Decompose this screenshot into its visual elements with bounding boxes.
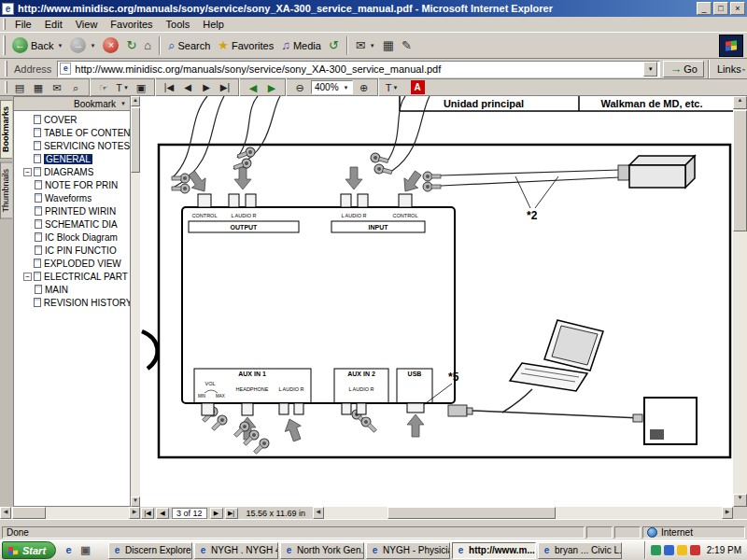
mail-dropdown-icon[interactable]: ▼: [370, 43, 375, 49]
tab-thumbnails[interactable]: Thumbnails: [0, 162, 12, 219]
acrobat-grip[interactable]: [5, 81, 7, 94]
save-button[interactable]: ▤: [11, 80, 28, 94]
bookmark-item-exploded-view[interactable]: EXPLODED VIEW: [14, 257, 130, 270]
scroll-thumb[interactable]: [733, 110, 747, 231]
minimize-button[interactable]: _: [697, 2, 712, 15]
select-text-button[interactable]: T▼: [114, 80, 131, 94]
task-button-discern[interactable]: eDiscern Explore...: [108, 542, 192, 559]
scroll-thumb[interactable]: [131, 107, 140, 173]
links-button[interactable]: Links »: [717, 63, 745, 75]
zoom-out-button[interactable]: ⊖: [291, 80, 308, 94]
toolbar-grip[interactable]: [3, 35, 6, 56]
bookmarks-header[interactable]: Bookmark ▼: [14, 97, 130, 111]
home-button[interactable]: ⌂: [140, 35, 155, 57]
task-button-bryan-civic[interactable]: ebryan ... Civic L...: [538, 542, 622, 559]
edit-button[interactable]: ✎: [398, 35, 416, 57]
scroll-down-button[interactable]: ▼: [733, 494, 747, 507]
hand-tool-button[interactable]: ☞: [95, 80, 112, 94]
task-button-north-york[interactable]: eNorth York Gen...: [280, 542, 364, 559]
bookmark-item-main[interactable]: MAIN: [14, 283, 130, 296]
bookmark-item-cover[interactable]: COVER: [14, 113, 130, 126]
go-button[interactable]: → Go: [663, 61, 704, 77]
tray-icon[interactable]: [677, 545, 687, 555]
tray-icon[interactable]: [664, 545, 674, 555]
bookmark-item-toc[interactable]: TABLE OF CONTEN: [14, 126, 130, 139]
pdf-page[interactable]: Unidad principal Walkman de MD, etc.: [140, 96, 733, 507]
horizontal-scrollbar[interactable]: ◀ ▶: [313, 507, 733, 519]
bookmarks-scrollbar[interactable]: ▲ ▼: [131, 96, 140, 507]
bookmarks-hscrollbar[interactable]: ◀ ▶: [0, 507, 140, 519]
scroll-left-button[interactable]: ◀: [313, 507, 324, 519]
text-tool-button[interactable]: T▼: [384, 80, 401, 94]
quicklaunch-desktop-icon[interactable]: ▣: [78, 543, 92, 557]
address-grip[interactable]: [5, 61, 7, 77]
refresh-button[interactable]: ↻: [122, 35, 140, 57]
bookmark-item-note-for-print[interactable]: NOTE FOR PRIN: [14, 178, 130, 191]
page-indicator[interactable]: 3 of 12: [172, 508, 207, 519]
first-page-button[interactable]: |◀: [141, 508, 154, 519]
last-page-button[interactable]: ▶|: [225, 508, 238, 519]
bookmark-item-servicing-notes[interactable]: SERVICING NOTES: [14, 139, 130, 152]
scroll-down-button[interactable]: ▼: [131, 497, 140, 507]
address-dropdown-button[interactable]: ▼: [643, 62, 657, 77]
zoom-level-select[interactable]: 400% ▼: [311, 80, 353, 94]
next-page-button[interactable]: ▶: [210, 508, 223, 519]
task-button-minidisc[interactable]: ehttp://www.m...: [452, 542, 536, 559]
bookmark-item-schematic[interactable]: SCHEMATIC DIA: [14, 217, 130, 231]
next-view-button[interactable]: ▶: [263, 80, 280, 94]
favorites-button[interactable]: ★ Favorites: [214, 35, 277, 57]
menu-view[interactable]: View: [69, 18, 105, 31]
zoom-in-button[interactable]: ⊕: [356, 80, 373, 94]
search-button[interactable]: ⌕ Search: [164, 35, 214, 57]
bookmark-item-waveforms[interactable]: Waveforms: [14, 191, 130, 204]
bookmark-item-diagrams[interactable]: −DIAGRAMS: [14, 165, 130, 178]
history-button[interactable]: ↺: [325, 35, 343, 57]
first-page-button[interactable]: |◀: [161, 80, 177, 94]
bookmarks-menu-icon[interactable]: ▼: [120, 101, 126, 106]
acrobat-print-button[interactable]: ▦: [30, 80, 47, 94]
previous-page-button[interactable]: ◀: [179, 80, 196, 94]
bookmark-item-revision-history[interactable]: REVISION HISTORY: [14, 296, 130, 309]
start-button[interactable]: Start: [2, 541, 56, 559]
dropdown-icon[interactable]: ▼: [123, 85, 129, 91]
vertical-scrollbar[interactable]: ▲ ▼: [733, 96, 747, 507]
forward-button[interactable]: → ▼: [66, 35, 99, 57]
previous-view-button[interactable]: ◀: [245, 80, 261, 94]
scroll-up-button[interactable]: ▲: [131, 96, 140, 106]
bookmark-item-printed-wiring[interactable]: PRINTED WIRIN: [14, 204, 130, 217]
scroll-right-button[interactable]: ▶: [722, 507, 733, 519]
scroll-left-button[interactable]: ◀: [0, 507, 11, 519]
bookmark-item-ic-pin[interactable]: IC PIN FUNCTIO: [14, 244, 130, 257]
close-button[interactable]: ×: [730, 2, 745, 15]
scroll-thumb[interactable]: [388, 507, 556, 519]
tab-bookmarks[interactable]: Bookmarks: [0, 100, 12, 159]
mail-button[interactable]: ✉ ▼: [352, 35, 379, 57]
zoom-dropdown-icon[interactable]: ▼: [344, 85, 349, 91]
email-button[interactable]: ✉: [49, 80, 65, 94]
address-value[interactable]: http://www.minidisc.org/manuals/sony/ser…: [75, 63, 643, 75]
back-dropdown-icon[interactable]: ▼: [57, 43, 63, 49]
next-page-button[interactable]: ▶: [198, 80, 215, 94]
back-button[interactable]: ← Back ▼: [8, 35, 66, 57]
bookmark-item-general[interactable]: GENERAL: [14, 152, 130, 165]
collapse-icon[interactable]: −: [23, 168, 32, 176]
tray-icon[interactable]: [690, 545, 700, 555]
menu-edit[interactable]: Edit: [38, 18, 69, 31]
menu-tools[interactable]: Tools: [160, 18, 197, 31]
menu-grip[interactable]: [3, 19, 6, 31]
bookmark-item-ic-block[interactable]: IC Block Diagram: [14, 231, 130, 244]
maximize-button[interactable]: □: [713, 2, 728, 15]
scroll-up-button[interactable]: ▲: [733, 96, 747, 109]
print-button[interactable]: ▦: [379, 35, 398, 57]
snapshot-tool-button[interactable]: ▣: [133, 80, 149, 94]
scroll-right-button[interactable]: ▶: [129, 507, 140, 519]
media-button[interactable]: ♫ Media: [277, 35, 325, 57]
last-page-button[interactable]: ▶|: [217, 80, 233, 94]
forward-dropdown-icon[interactable]: ▼: [90, 43, 95, 49]
previous-page-button[interactable]: ◀: [156, 508, 169, 519]
stop-button[interactable]: ×: [99, 35, 122, 57]
collapse-icon[interactable]: −: [23, 273, 32, 281]
acrobat-search-button[interactable]: ⌕: [67, 80, 84, 94]
dropdown-icon[interactable]: ▼: [392, 85, 398, 91]
task-button-nygh-4[interactable]: eNYGH . NYGH 4...: [194, 542, 278, 559]
